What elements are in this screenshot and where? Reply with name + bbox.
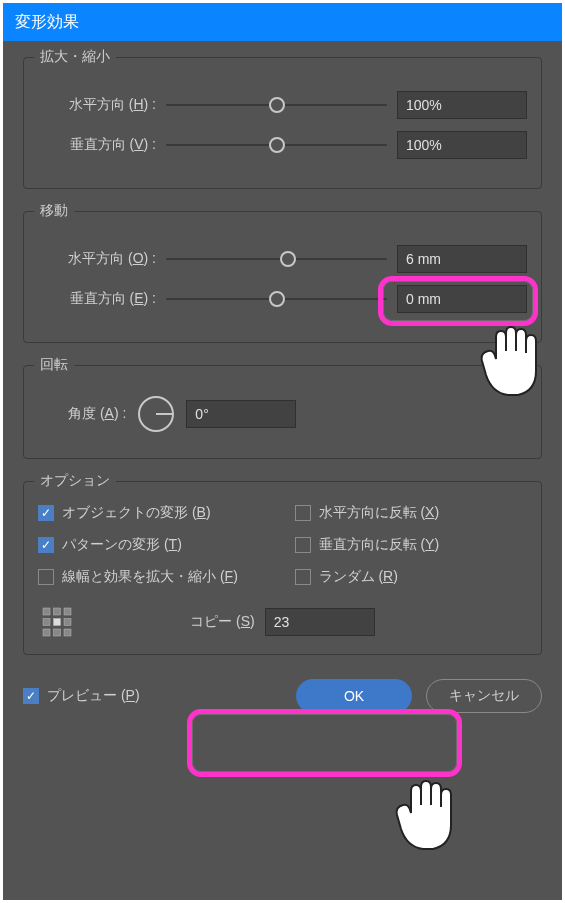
dialog-titlebar: 変形効果 xyxy=(3,3,562,41)
svg-rect-6 xyxy=(54,619,61,626)
svg-rect-2 xyxy=(43,608,50,615)
move-horizontal-row: 水平方向 (O) : 6 mm xyxy=(38,244,527,274)
scale-horizontal-row: 水平方向 (H) : 100% xyxy=(38,90,527,120)
scale-h-label: 水平方向 (H) : xyxy=(38,96,156,114)
move-v-label: 垂直方向 (E) : xyxy=(38,290,156,308)
dialog-footer: プレビュー (P) OK キャンセル xyxy=(23,679,542,713)
preview-checkbox[interactable]: プレビュー (P) xyxy=(23,687,140,705)
dialog-title: 変形効果 xyxy=(15,12,79,33)
svg-rect-7 xyxy=(64,619,71,626)
angle-dial-icon[interactable] xyxy=(136,394,176,434)
rotate-angle-value[interactable]: 0° xyxy=(186,400,296,428)
rotate-section: 回転 角度 (A) : 0° xyxy=(23,365,542,459)
move-v-value[interactable]: 0 mm xyxy=(397,285,527,313)
scale-v-label: 垂直方向 (V) : xyxy=(38,136,156,154)
scale-h-value[interactable]: 100% xyxy=(397,91,527,119)
move-h-label: 水平方向 (O) : xyxy=(38,250,156,268)
scale-v-value[interactable]: 100% xyxy=(397,131,527,159)
copies-row: コピー (S) 23 xyxy=(38,608,527,636)
dialog-body: 拡大・縮小 水平方向 (H) : 100% 垂直方向 (V) : 100% xyxy=(3,41,562,900)
rotate-angle-label: 角度 (A) : xyxy=(68,405,126,423)
options-legend: オプション xyxy=(34,472,116,490)
svg-rect-5 xyxy=(43,619,50,626)
move-vertical-row: 垂直方向 (E) : 0 mm xyxy=(38,284,527,314)
option-reflect-y[interactable]: 垂直方向に反転 (Y) xyxy=(295,536,528,554)
move-h-value[interactable]: 6 mm xyxy=(397,245,527,273)
transform-effect-dialog: 変形効果 拡大・縮小 水平方向 (H) : 100% 垂直方向 (V) : xyxy=(3,3,562,900)
move-v-slider[interactable] xyxy=(166,289,387,309)
checkbox-icon xyxy=(295,537,311,553)
checkbox-icon xyxy=(23,688,39,704)
anchor-point-icon[interactable] xyxy=(42,607,72,637)
rotate-legend: 回転 xyxy=(34,356,74,374)
svg-rect-3 xyxy=(54,608,61,615)
svg-rect-8 xyxy=(43,629,50,636)
move-h-slider[interactable] xyxy=(166,249,387,269)
copies-label: コピー (S) xyxy=(190,613,255,631)
cancel-button[interactable]: キャンセル xyxy=(426,679,542,713)
option-transform-patterns[interactable]: パターンの変形 (T) xyxy=(38,536,271,554)
svg-rect-9 xyxy=(54,629,61,636)
scale-section: 拡大・縮小 水平方向 (H) : 100% 垂直方向 (V) : 100% xyxy=(23,57,542,189)
scale-h-slider[interactable] xyxy=(166,95,387,115)
ok-button[interactable]: OK xyxy=(296,679,412,713)
scale-vertical-row: 垂直方向 (V) : 100% xyxy=(38,130,527,160)
options-section: オプション オブジェクトの変形 (B) 水平方向に反転 (X) パターンの変形 … xyxy=(23,481,542,655)
scale-legend: 拡大・縮小 xyxy=(34,48,116,66)
move-section: 移動 水平方向 (O) : 6 mm 垂直方向 (E) : 0 mm xyxy=(23,211,542,343)
scale-v-slider[interactable] xyxy=(166,135,387,155)
checkbox-icon xyxy=(38,569,54,585)
checkbox-icon xyxy=(38,537,54,553)
option-random[interactable]: ランダム (R) xyxy=(295,568,528,586)
checkbox-icon xyxy=(295,569,311,585)
svg-rect-10 xyxy=(64,629,71,636)
option-scale-strokes[interactable]: 線幅と効果を拡大・縮小 (F) xyxy=(38,568,271,586)
option-transform-objects[interactable]: オブジェクトの変形 (B) xyxy=(38,504,271,522)
option-reflect-x[interactable]: 水平方向に反転 (X) xyxy=(295,504,528,522)
copies-value[interactable]: 23 xyxy=(265,608,375,636)
checkbox-icon xyxy=(38,505,54,521)
rotate-angle-row: 角度 (A) : 0° xyxy=(38,394,527,434)
checkbox-icon xyxy=(295,505,311,521)
svg-rect-4 xyxy=(64,608,71,615)
move-legend: 移動 xyxy=(34,202,74,220)
